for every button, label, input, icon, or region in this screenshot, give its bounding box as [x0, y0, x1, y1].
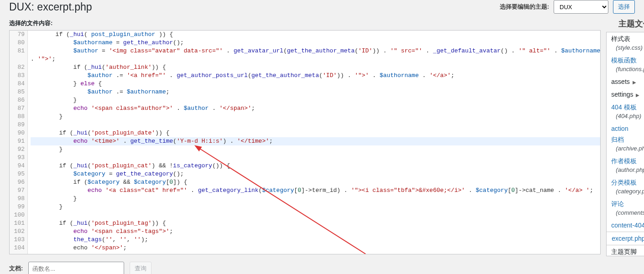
- chevron-right-icon: ▶: [636, 93, 639, 98]
- code-line[interactable]: $authorname = get_the_author();: [31, 39, 600, 47]
- code-line[interactable]: if (_hui( post_plugin_author )) {: [31, 31, 600, 39]
- file-item[interactable]: 404 模板: [607, 101, 644, 113]
- content-label: 选择的文件内容:: [9, 17, 601, 30]
- code-line[interactable]: }: [31, 203, 600, 211]
- theme-files-heading: 主题文件: [606, 17, 644, 32]
- code-line[interactable]: if (_hui('post_plugin_date')) {: [31, 129, 600, 137]
- lookup-button[interactable]: 查询: [130, 262, 152, 274]
- page-title: DUX: excerpt.php: [9, 1, 92, 13]
- code-line[interactable]: echo '<time>' . get_the_time('Y-m-d H:i:…: [31, 137, 600, 145]
- code-line[interactable]: . '">';: [31, 55, 600, 63]
- code-line[interactable]: [31, 121, 600, 129]
- file-sub: (comments.php): [607, 209, 644, 219]
- code-line[interactable]: echo '<span class="author">' . $author .…: [31, 104, 600, 113]
- code-line[interactable]: [31, 154, 600, 162]
- code-line[interactable]: }: [31, 96, 600, 104]
- code-line[interactable]: if (_hui('post_plugin_cat') && !is_categ…: [31, 162, 600, 170]
- code-line[interactable]: }: [31, 145, 600, 154]
- file-sub: (category.php): [607, 188, 644, 197]
- editor-header: DUX: excerpt.php 选择要编辑的主题: DUX 选择: [9, 0, 635, 17]
- code-line[interactable]: $author = '<img class="avatar" data-src=…: [31, 47, 600, 55]
- code-line[interactable]: echo '<span class="-tags">';: [31, 227, 600, 236]
- file-item[interactable]: content-404.php: [607, 219, 644, 232]
- file-item[interactable]: 分类模板: [607, 176, 644, 188]
- file-sub: (style.css): [607, 44, 644, 54]
- code-line[interactable]: }: [31, 195, 600, 203]
- select-theme-button[interactable]: 选择: [613, 0, 635, 14]
- code-line[interactable]: [31, 211, 600, 219]
- file-item[interactable]: 作者模板: [607, 155, 644, 166]
- file-item[interactable]: 模板函数: [607, 54, 644, 66]
- code-line[interactable]: if (_hui('author_link')) {: [31, 63, 600, 72]
- file-sub: (archive.php): [607, 145, 644, 155]
- code-line[interactable]: $author .= $authorname;: [31, 88, 600, 96]
- file-item[interactable]: 主题页脚: [607, 245, 644, 256]
- theme-select-label: 选择要编辑的主题:: [500, 3, 549, 11]
- code-line[interactable]: $author .= '<a href="' . get_author_post…: [31, 72, 600, 80]
- code-line[interactable]: the_tags('', '', '');: [31, 236, 600, 244]
- code-line[interactable]: $category = get_the_category();: [31, 170, 600, 178]
- file-item[interactable]: 样式表: [607, 32, 644, 44]
- function-name-input[interactable]: [28, 262, 124, 274]
- file-sub: (author.php): [607, 166, 644, 176]
- code-line[interactable]: echo '<a class="cat" href="' . get_categ…: [31, 186, 600, 195]
- theme-select[interactable]: DUX: [554, 0, 608, 14]
- code-line[interactable]: }: [31, 113, 600, 121]
- code-editor[interactable]: 7980818283848586878889909192939495969798…: [9, 30, 601, 254]
- file-sub: (404.php): [607, 113, 644, 122]
- code-line[interactable]: echo '</span>';: [31, 244, 600, 252]
- chevron-right-icon: ▶: [633, 80, 636, 85]
- file-item[interactable]: action: [607, 122, 644, 133]
- file-item[interactable]: 评论: [607, 197, 644, 209]
- doc-label: 文档:: [9, 264, 23, 273]
- file-item-active[interactable]: excerpt.php: [606, 232, 644, 245]
- file-item[interactable]: 归档: [607, 133, 644, 145]
- code-line[interactable]: } else {: [31, 80, 600, 88]
- code-line[interactable]: if (_hui('post_plugin_tag')) {: [31, 219, 600, 227]
- file-sub: (functions.php): [607, 66, 644, 75]
- code-line[interactable]: if ($category && $category[0]) {: [31, 178, 600, 186]
- folder-item[interactable]: assets ▶: [607, 75, 644, 88]
- theme-file-list: 样式表(style.css)模板函数(functions.php)assets …: [606, 32, 644, 256]
- folder-item[interactable]: settings ▶: [607, 88, 644, 101]
